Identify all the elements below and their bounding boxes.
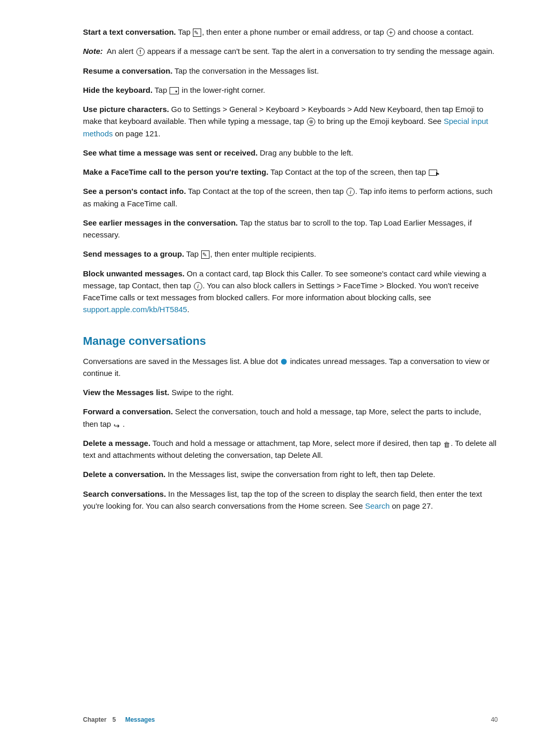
note-label: Note: [83,47,103,55]
facetime-icon [429,170,437,176]
search-link[interactable]: Search [365,501,390,510]
paragraph-delete-conversation: Delete a conversation. In the Messages l… [83,468,498,480]
bold-delete-conversation: Delete a conversation. [83,470,165,479]
bold-view-messages-list: View the Messages list. [83,388,169,397]
apple-support-link[interactable]: support.apple.com/kb/HT5845 [83,305,187,314]
bold-earlier-messages: See earlier messages in the conversation… [83,218,237,227]
bold-facetime-call: Make a FaceTime call to the person you'r… [83,167,269,176]
add-icon: + [387,29,395,37]
bold-resume-conversation: Resume a conversation. [83,66,173,75]
page-content: Start a text conversation. Tap , then en… [0,0,560,561]
paragraph-see-time: See what time a message was sent or rece… [83,147,498,159]
paragraph-delete-message: Delete a message. Touch and hold a messa… [83,437,498,461]
paragraph-forward-conversation: Forward a conversation. Select the conve… [83,405,498,430]
paragraph-contact-info: See a person's contact info. Tap Contact… [83,185,498,209]
bold-start-text-conversation: Start a text conversation. [83,27,176,36]
blue-dot-icon [281,359,287,365]
bold-use-picture-characters: Use picture characters. [83,105,169,114]
bold-see-time: See what time a message was sent or rece… [83,148,258,157]
paragraph-resume-conversation: Resume a conversation. Tap the conversat… [83,65,498,77]
alert-icon: ! [136,48,145,56]
bold-forward-conversation: Forward a conversation. [83,407,173,416]
footer-page-number: 40 [491,716,498,723]
footer-chapter-name: Messages [125,716,155,723]
paragraph-facetime-call: Make a FaceTime call to the person you'r… [83,166,498,178]
paragraph-manage-intro: Conversations are saved in the Messages … [83,355,498,380]
page-footer: Chapter 5 Messages 40 [0,716,560,723]
info-icon-2: i [194,282,202,290]
bold-delete-message: Delete a message. [83,439,150,447]
paragraph-block-unwanted: Block unwanted messages. On a contact ca… [83,268,498,316]
special-input-methods-link[interactable]: Special input methods [83,117,488,137]
bold-contact-info: See a person's contact info. [83,187,186,195]
paragraph-start-text-conversation: Start a text conversation. Tap , then en… [83,26,498,38]
compose-icon [193,29,201,37]
compose-icon-2 [201,250,209,259]
footer-chapter-number: 5 [113,716,116,723]
forward-icon: ↪ [114,421,122,429]
footer-chapter-label: Chapter [83,716,106,723]
info-icon: i [346,188,355,196]
bold-hide-keyboard: Hide the keyboard. [83,86,152,94]
paragraph-send-to-group: Send messages to a group. Tap , then ent… [83,248,498,260]
paragraph-note-alert: Note: An alert ! appears if a message ca… [83,45,498,57]
bold-search-conversations: Search conversations. [83,489,166,498]
bold-send-to-group: Send messages to a group. [83,249,184,258]
paragraph-search-conversations: Search conversations. In the Messages li… [83,488,498,512]
keyboard-hide-icon [170,87,179,94]
trash-icon: 🗑 [443,440,450,448]
paragraph-view-messages-list: View the Messages list. Swipe to the rig… [83,386,498,398]
footer-chapter-info: Chapter 5 Messages [83,716,155,723]
section-heading-manage-conversations: Manage conversations [83,334,498,348]
paragraph-earlier-messages: See earlier messages in the conversation… [83,217,498,241]
paragraph-hide-keyboard: Hide the keyboard. Tap in the lower-righ… [83,84,498,96]
globe-icon: ⊕ [307,118,315,126]
bold-block-unwanted: Block unwanted messages. [83,269,185,278]
paragraph-use-picture-characters: Use picture characters. Go to Settings >… [83,103,498,139]
